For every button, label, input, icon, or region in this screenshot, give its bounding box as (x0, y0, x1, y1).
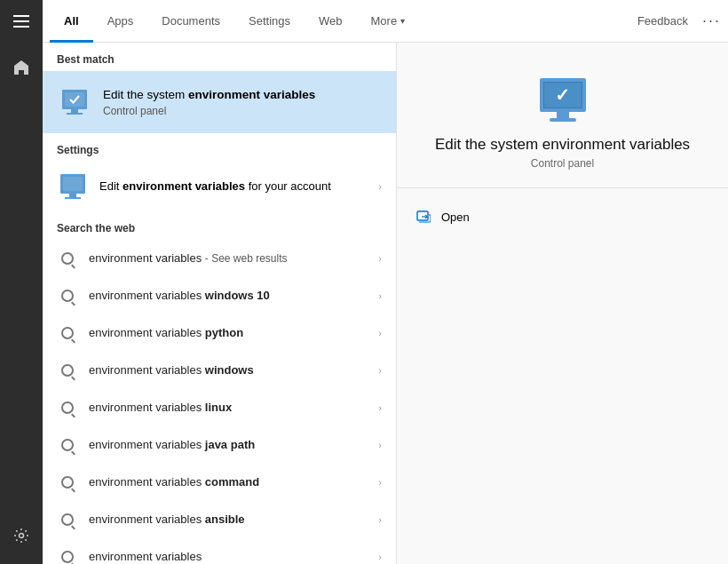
web-item-1[interactable]: environment variables windows 10 › (43, 277, 396, 314)
right-panel: ✓ Edit the system environment variables … (396, 43, 728, 564)
web-chevron-7: › (378, 514, 382, 525)
feedback-button[interactable]: Feedback (637, 14, 688, 28)
best-match-label: Best match (43, 43, 396, 71)
more-options-button[interactable]: ··· (702, 12, 721, 30)
web-item-text-2: environment variables python (89, 326, 378, 341)
web-item-4[interactable]: environment variables linux › (43, 389, 396, 426)
search-icon-7 (57, 509, 78, 530)
best-match-subtitle: Control panel (103, 105, 382, 117)
web-item-main-0: environment variables (89, 251, 202, 265)
chevron-down-icon: ▾ (400, 16, 405, 26)
left-panel: Best match (43, 43, 396, 564)
web-item-prefix-1: environment variables (89, 289, 205, 302)
best-match-title: Edit the system environment variables (103, 87, 382, 103)
app-subtitle: Control panel (531, 157, 594, 170)
web-item-2[interactable]: environment variables python › (43, 314, 396, 352)
best-match-text: Edit the system environment variables Co… (103, 87, 382, 117)
settings-item-text: Edit environment variables for your acco… (99, 179, 378, 195)
web-item-bold-1: windows 10 (205, 289, 270, 302)
web-item-bold-5: java path (205, 438, 255, 451)
open-icon (415, 208, 432, 226)
open-label: Open (441, 211, 470, 224)
sidebar (0, 0, 43, 564)
best-match-item[interactable]: Edit the system environment variables Co… (43, 71, 396, 133)
control-panel-monitor-icon (62, 90, 87, 109)
web-item-prefix-2: environment variables (89, 326, 205, 339)
app-icon-area: ✓ (540, 78, 586, 122)
settings-section-label: Settings (43, 133, 396, 162)
settings-title-bold: environment variables (123, 179, 245, 193)
web-chevron-2: › (378, 328, 382, 338)
settings-title-suffix: for your account (245, 179, 331, 193)
web-item-bold-6: command (205, 475, 259, 489)
web-item-text-4: environment variables linux (89, 401, 378, 416)
tab-more-label: More (371, 14, 398, 28)
hamburger-button[interactable] (0, 0, 43, 43)
checkmark-icon: ✓ (555, 84, 570, 106)
search-icon-5 (57, 434, 78, 456)
tabbar-right: Feedback ··· (637, 12, 721, 30)
web-item-text-3: environment variables windows (89, 363, 378, 378)
open-button[interactable]: Open (397, 199, 487, 234)
web-chevron-5: › (378, 440, 382, 450)
home-icon[interactable] (0, 46, 43, 89)
tab-apps[interactable]: Apps (93, 0, 148, 43)
settings-icon[interactable] (0, 514, 43, 557)
web-chevron-1: › (378, 290, 382, 301)
main-content: All Apps Documents Settings Web More ▾ F… (43, 0, 728, 564)
web-item-text-1: environment variables windows 10 (89, 289, 378, 304)
web-item-0[interactable]: environment variables - See web results … (43, 240, 396, 277)
tab-all[interactable]: All (50, 0, 93, 43)
tab-web[interactable]: Web (305, 0, 357, 43)
search-icon-2 (57, 322, 78, 344)
search-icon-8 (57, 546, 78, 564)
web-item-bold-3: windows (205, 363, 254, 377)
search-icon-6 (57, 472, 78, 493)
web-item-bold-4: linux (205, 401, 232, 414)
search-icon-4 (57, 397, 78, 418)
web-chevron-0: › (378, 253, 382, 264)
web-item-text-7: environment variables ansible (89, 512, 378, 528)
web-item-text-6: environment variables command (89, 475, 378, 490)
best-match-icon (57, 84, 92, 120)
tab-more[interactable]: More ▾ (357, 0, 420, 43)
web-item-prefix-5: environment variables (89, 438, 205, 451)
web-item-7[interactable]: environment variables ansible › (43, 501, 396, 538)
monitor-base-icon (550, 118, 576, 122)
web-item-8[interactable]: environment variables › (43, 538, 396, 564)
web-item-bold-2: python (205, 326, 243, 339)
search-icon-1 (57, 285, 78, 306)
settings-monitor-icon (60, 174, 85, 194)
settings-item-icon (57, 171, 89, 203)
tab-settings[interactable]: Settings (234, 0, 305, 43)
settings-title-prefix: Edit (99, 179, 123, 193)
web-chevron-3: › (378, 365, 382, 376)
web-item-5[interactable]: environment variables java path › (43, 426, 396, 464)
search-icon-3 (57, 360, 78, 381)
settings-item-title: Edit environment variables for your acco… (99, 179, 378, 195)
results-area: Best match (43, 43, 728, 564)
web-item-prefix-6: environment variables (89, 475, 205, 489)
settings-chevron-icon: › (378, 181, 382, 192)
web-item-prefix-4: environment variables (89, 401, 205, 414)
web-item-bold-7: ansible (205, 512, 245, 526)
best-match-title-bold: environment variables (188, 88, 315, 101)
web-item-text-0: environment variables - See web results (89, 251, 378, 266)
large-monitor-icon: ✓ (540, 78, 586, 112)
web-chevron-4: › (378, 402, 382, 413)
web-item-prefix-3: environment variables (89, 363, 205, 377)
web-item-3[interactable]: environment variables windows › (43, 352, 396, 389)
hamburger-icon (13, 15, 29, 28)
web-chevron-8: › (378, 552, 382, 562)
app-title: Edit the system environment variables (417, 136, 708, 154)
web-item-6[interactable]: environment variables command › (43, 464, 396, 501)
monitor-stand-icon (557, 112, 569, 118)
web-item-text-8: environment variables (89, 550, 378, 564)
svg-point-0 (20, 534, 24, 538)
tab-documents[interactable]: Documents (147, 0, 234, 43)
web-item-text-5: environment variables java path (89, 438, 378, 453)
app-large-icon: ✓ (540, 78, 586, 122)
web-item-prefix-7: environment variables (89, 512, 205, 526)
web-section-label: Search the web (43, 211, 396, 240)
settings-item[interactable]: Edit environment variables for your acco… (43, 162, 396, 211)
